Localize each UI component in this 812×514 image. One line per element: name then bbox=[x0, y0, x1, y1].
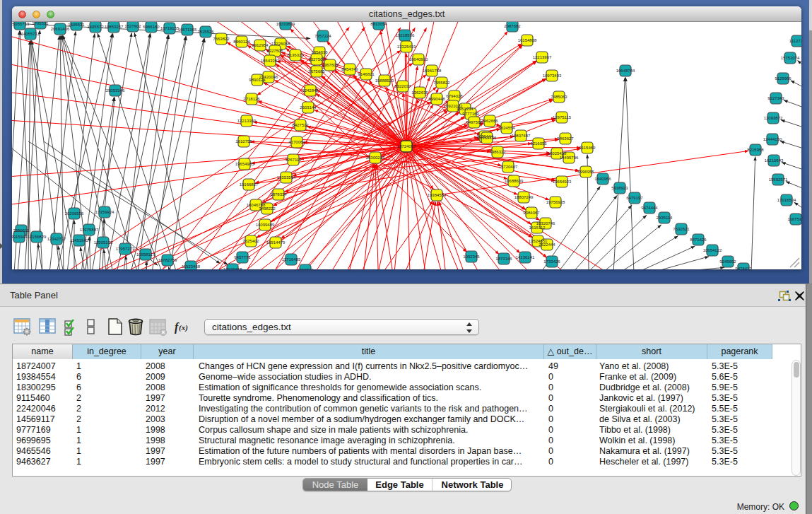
svg-text:1610755: 1610755 bbox=[235, 139, 252, 144]
svg-text:2367608: 2367608 bbox=[322, 63, 339, 67]
svg-text:8471626: 8471626 bbox=[690, 238, 707, 242]
svg-text:1592346: 1592346 bbox=[297, 268, 314, 269]
svg-text:7485063: 7485063 bbox=[551, 95, 567, 99]
svg-text:12342737: 12342737 bbox=[47, 237, 66, 241]
svg-text:19654985: 19654985 bbox=[235, 162, 254, 166]
svg-text:9463627: 9463627 bbox=[557, 136, 574, 141]
svg-text:1640956: 1640956 bbox=[594, 177, 611, 181]
svg-text:10853257: 10853257 bbox=[105, 25, 124, 29]
svg-text:1362635: 1362635 bbox=[411, 90, 428, 95]
svg-text:15716485: 15716485 bbox=[282, 257, 301, 262]
svg-text:7515526: 7515526 bbox=[197, 30, 214, 34]
svg-text:7462666: 7462666 bbox=[481, 119, 498, 123]
svg-text:13353594: 13353594 bbox=[277, 175, 296, 180]
svg-text:10719155: 10719155 bbox=[160, 26, 180, 30]
svg-text:9227343: 9227343 bbox=[767, 96, 784, 100]
svg-text:16648784: 16648784 bbox=[616, 69, 635, 73]
svg-text:11923468: 11923468 bbox=[182, 264, 201, 269]
svg-text:13654923: 13654923 bbox=[553, 180, 572, 184]
svg-text:5878334: 5878334 bbox=[270, 192, 287, 197]
svg-text:16210643: 16210643 bbox=[765, 158, 784, 163]
svg-text:6794028: 6794028 bbox=[446, 94, 463, 98]
svg-text:5938923: 5938923 bbox=[611, 186, 628, 190]
svg-text:8912954: 8912954 bbox=[252, 43, 269, 47]
svg-text:10654122: 10654122 bbox=[703, 248, 722, 252]
svg-text:9474444: 9474444 bbox=[641, 206, 658, 210]
svg-text:(x): (x) bbox=[179, 323, 188, 332]
svg-text:16782759: 16782759 bbox=[158, 258, 177, 262]
svg-text:3498222: 3498222 bbox=[259, 206, 276, 211]
svg-text:29053346: 29053346 bbox=[106, 88, 125, 93]
svg-text:1733426: 1733426 bbox=[543, 259, 560, 264]
svg-text:8990448: 8990448 bbox=[428, 97, 445, 101]
svg-text:19166827: 19166827 bbox=[240, 182, 259, 187]
svg-text:8322037: 8322037 bbox=[394, 84, 411, 88]
svg-text:25300215: 25300215 bbox=[366, 156, 385, 160]
svg-text:1873346: 1873346 bbox=[495, 257, 512, 261]
svg-text:7632621: 7632621 bbox=[673, 227, 690, 231]
svg-text:9084067: 9084067 bbox=[523, 211, 540, 215]
svg-text:12213967: 12213967 bbox=[533, 55, 552, 59]
svg-text:7663822: 7663822 bbox=[213, 37, 230, 41]
svg-text:9890124: 9890124 bbox=[249, 78, 266, 82]
svg-text:12156829: 12156829 bbox=[28, 235, 47, 239]
svg-text:1167533: 1167533 bbox=[788, 217, 801, 221]
svg-text:1527602: 1527602 bbox=[124, 24, 141, 28]
svg-text:13325419: 13325419 bbox=[397, 45, 416, 49]
svg-text:7625402: 7625402 bbox=[242, 239, 259, 243]
svg-text:6996955: 6996955 bbox=[577, 170, 594, 174]
svg-text:9115460: 9115460 bbox=[579, 146, 596, 150]
svg-text:9777169: 9777169 bbox=[462, 112, 479, 116]
svg-text:13975887: 13975887 bbox=[80, 228, 99, 232]
svg-text:3624554: 3624554 bbox=[498, 126, 515, 130]
svg-text:9129966: 9129966 bbox=[775, 76, 792, 81]
svg-text:16671355: 16671355 bbox=[178, 28, 197, 32]
svg-text:9327505: 9327505 bbox=[266, 49, 283, 53]
svg-text:20206556: 20206556 bbox=[65, 211, 84, 216]
svg-text:6466160: 6466160 bbox=[143, 25, 160, 29]
svg-text:1112734: 1112734 bbox=[789, 39, 801, 43]
svg-text:3267110: 3267110 bbox=[286, 158, 302, 162]
svg-text:6216055: 6216055 bbox=[530, 141, 547, 146]
svg-text:9146821: 9146821 bbox=[358, 72, 375, 76]
svg-text:12505135: 12505135 bbox=[94, 240, 113, 245]
svg-text:6497568: 6497568 bbox=[466, 120, 483, 124]
svg-text:4170064: 4170064 bbox=[288, 140, 305, 144]
svg-text:1615112: 1615112 bbox=[529, 226, 546, 230]
svg-text:14055712: 14055712 bbox=[21, 32, 40, 36]
svg-text:1605531: 1605531 bbox=[68, 23, 85, 27]
svg-text:16033809: 16033809 bbox=[276, 22, 295, 26]
svg-text:7955822: 7955822 bbox=[433, 81, 450, 85]
svg-text:12975115: 12975115 bbox=[553, 115, 572, 119]
svg-text:9327508: 9327508 bbox=[308, 57, 325, 62]
svg-text:14136141: 14136141 bbox=[516, 255, 535, 259]
svg-text:3350611: 3350611 bbox=[13, 228, 30, 233]
svg-text:2935114: 2935114 bbox=[657, 216, 673, 220]
svg-text:8454749: 8454749 bbox=[341, 67, 358, 71]
svg-text:17957273: 17957273 bbox=[116, 247, 135, 251]
svg-text:16154808: 16154808 bbox=[518, 38, 537, 42]
svg-text:15692971: 15692971 bbox=[769, 177, 788, 182]
svg-text:9474412: 9474412 bbox=[735, 267, 752, 269]
svg-text:16914479: 16914479 bbox=[266, 240, 286, 245]
svg-text:1705531: 1705531 bbox=[32, 22, 49, 25]
svg-text:2603144: 2603144 bbox=[300, 105, 317, 110]
svg-text:15888520: 15888520 bbox=[375, 78, 394, 83]
svg-text:8215958: 8215958 bbox=[747, 148, 764, 152]
svg-text:18724007: 18724007 bbox=[397, 144, 416, 148]
svg-text:18807249: 18807249 bbox=[514, 195, 534, 199]
svg-text:8813054: 8813054 bbox=[370, 22, 387, 26]
svg-text:10958117: 10958117 bbox=[136, 252, 155, 257]
svg-text:16640910: 16640910 bbox=[409, 57, 428, 62]
svg-text:8660124: 8660124 bbox=[233, 40, 250, 44]
svg-text:1092345: 1092345 bbox=[463, 255, 480, 259]
svg-text:7986322: 7986322 bbox=[489, 150, 506, 154]
svg-text:12093872: 12093872 bbox=[764, 116, 783, 120]
svg-text:2522444: 2522444 bbox=[539, 243, 555, 247]
svg-text:9242848: 9242848 bbox=[302, 88, 319, 93]
svg-text:19218506: 19218506 bbox=[396, 33, 415, 37]
svg-text:14495796: 14495796 bbox=[560, 156, 579, 160]
svg-text:15751074: 15751074 bbox=[781, 56, 800, 60]
svg-text:10923468: 10923468 bbox=[223, 267, 242, 269]
svg-text:1954636: 1954636 bbox=[311, 50, 328, 54]
